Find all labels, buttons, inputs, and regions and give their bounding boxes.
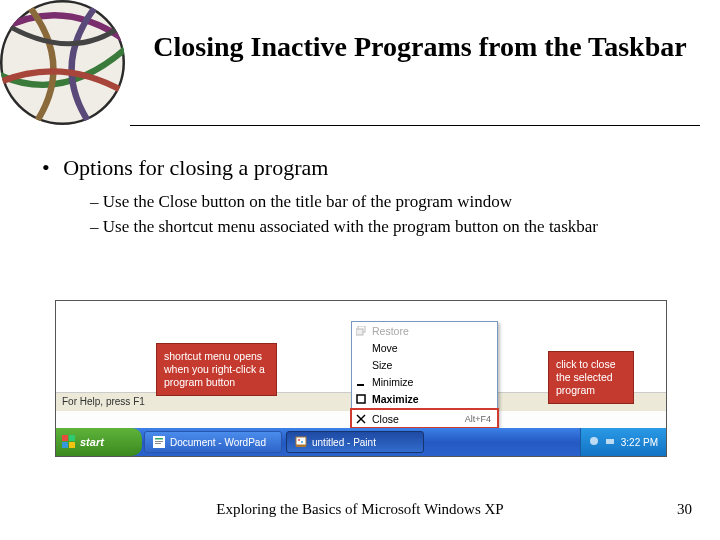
menu-close[interactable]: Close Alt+F4	[352, 410, 497, 427]
maximize-icon	[356, 394, 366, 404]
restore-icon	[356, 326, 366, 336]
slide-title: Closing Inactive Programs from the Taskb…	[150, 30, 690, 64]
svg-rect-17	[296, 437, 306, 445]
context-menu: Restore Move Size Minimize Maximize Clos…	[351, 321, 498, 428]
close-icon	[356, 414, 366, 424]
paint-icon	[295, 436, 307, 448]
status-text: For Help, press F1	[62, 396, 145, 407]
screenshot-figure: For Help, press F1 shortcut menu opens w…	[55, 300, 667, 457]
menu-move[interactable]: Move	[352, 339, 497, 356]
svg-rect-14	[155, 438, 163, 440]
svg-point-21	[590, 437, 598, 445]
close-shortcut: Alt+F4	[465, 414, 491, 424]
svg-point-18	[298, 439, 300, 441]
svg-rect-16	[155, 443, 161, 444]
svg-rect-12	[69, 442, 75, 448]
wordpad-icon	[153, 436, 165, 448]
content-area: Options for closing a program Use the Cl…	[60, 155, 690, 241]
title-underline	[130, 125, 700, 126]
svg-rect-15	[155, 441, 163, 442]
menu-maximize[interactable]: Maximize	[352, 390, 497, 407]
decorative-logo	[0, 0, 125, 125]
menu-minimize[interactable]: Minimize	[352, 373, 497, 390]
sub-bullet: Use the shortcut menu associated with th…	[90, 216, 690, 239]
page-number: 30	[677, 501, 692, 518]
menu-separator	[354, 408, 495, 409]
minimize-icon	[356, 377, 366, 387]
svg-rect-9	[62, 435, 68, 441]
clock: 3:22 PM	[621, 437, 658, 448]
system-tray[interactable]: 3:22 PM	[580, 428, 666, 456]
tray-icon	[605, 436, 615, 448]
taskbar-item-wordpad[interactable]: Document - WordPad	[144, 431, 282, 453]
main-bullet: Options for closing a program	[60, 155, 690, 181]
tray-icon	[589, 436, 599, 448]
svg-rect-20	[296, 445, 306, 447]
svg-rect-10	[69, 435, 75, 441]
sub-bullet: Use the Close button on the title bar of…	[90, 191, 690, 214]
svg-rect-22	[606, 439, 614, 444]
menu-size[interactable]: Size	[352, 356, 497, 373]
taskbar-item-paint[interactable]: untitled - Paint	[286, 431, 424, 453]
menu-restore[interactable]: Restore	[352, 322, 497, 339]
svg-point-19	[301, 441, 303, 443]
callout-shortcut-menu: shortcut menu opens when you right-click…	[156, 343, 277, 396]
callout-close: click to close the selected program	[548, 351, 634, 404]
svg-rect-6	[357, 395, 365, 403]
svg-rect-4	[356, 329, 363, 335]
windows-logo-icon	[62, 435, 76, 449]
footer-text: Exploring the Basics of Microsoft Window…	[0, 501, 720, 518]
svg-rect-11	[62, 442, 68, 448]
taskbar: start Document - WordPad untitled - Pain…	[56, 428, 666, 456]
start-button[interactable]: start	[56, 428, 142, 456]
